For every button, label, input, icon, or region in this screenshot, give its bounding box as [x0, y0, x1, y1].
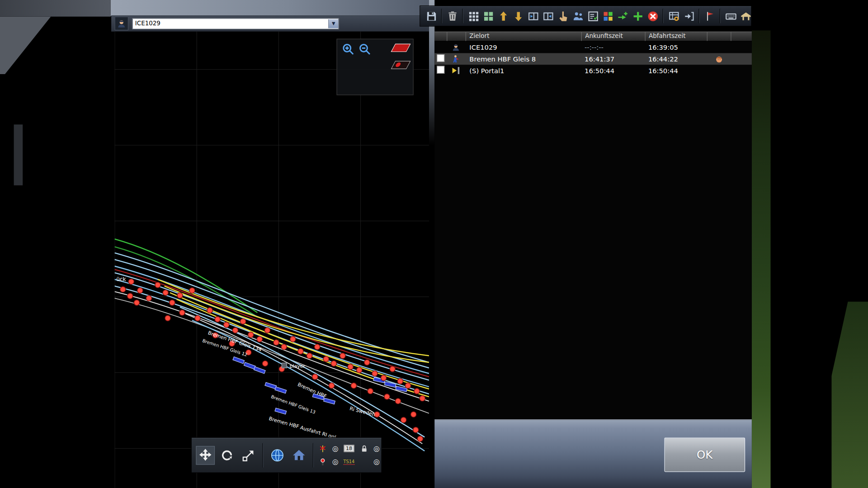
globe-button[interactable]	[268, 446, 287, 465]
signal-dot[interactable]	[232, 328, 238, 333]
checklist-button[interactable]	[586, 9, 599, 23]
rotate-button[interactable]	[217, 446, 236, 465]
insert-before-button[interactable]	[526, 9, 539, 23]
signal-dot[interactable]	[351, 383, 356, 388]
jump-button[interactable]	[239, 446, 258, 465]
signal-dot[interactable]	[179, 310, 185, 315]
passengers-button[interactable]	[571, 9, 585, 23]
signal-dot[interactable]	[189, 288, 195, 293]
col-ankunftszeit[interactable]: Ankunftszeit	[581, 32, 645, 41]
train-marker[interactable]	[265, 382, 277, 389]
ok-button[interactable]: OK	[664, 438, 745, 472]
schedule-row[interactable]: (S) Portal116:50:4416:50:44	[434, 65, 752, 76]
train-marker[interactable]	[233, 357, 245, 364]
signal-dot[interactable]	[307, 353, 312, 358]
signal-dot[interactable]	[357, 367, 362, 373]
signal-dot[interactable]	[281, 344, 287, 350]
col-zielort[interactable]: Zielort	[466, 32, 581, 41]
row-up-button[interactable]	[496, 9, 509, 23]
signal-dot[interactable]	[397, 379, 403, 384]
row-checkbox[interactable]	[437, 54, 444, 62]
row-checkbox[interactable]	[437, 66, 444, 74]
signal-dot[interactable]	[134, 300, 139, 305]
add-entry-button[interactable]	[631, 9, 644, 23]
signal-x-icon[interactable]	[318, 444, 327, 453]
signal-dot[interactable]	[207, 308, 212, 313]
schedule-row[interactable]: ICE1029--:--:--16:39:05	[434, 42, 752, 53]
pan-button[interactable]	[196, 446, 215, 465]
save-button[interactable]	[425, 9, 438, 23]
signal-dot[interactable]	[298, 348, 303, 354]
signal-dot[interactable]	[414, 389, 420, 394]
signal-dot[interactable]	[290, 336, 296, 342]
zoom-out-button[interactable]	[358, 42, 371, 56]
signal-dot[interactable]	[315, 344, 320, 350]
signal-dot[interactable]	[381, 375, 386, 380]
signal-dot[interactable]	[312, 374, 318, 380]
speed-badge[interactable]: 18	[344, 445, 354, 452]
home-button[interactable]	[289, 446, 308, 465]
signal-dot[interactable]	[215, 316, 220, 322]
signal-plate-icon[interactable]	[391, 61, 411, 69]
signal-dot[interactable]	[120, 286, 126, 292]
remove-entry-button[interactable]	[646, 9, 659, 23]
row-checkbox-cell[interactable]	[434, 54, 447, 64]
signal-dot[interactable]	[372, 371, 377, 376]
radio-icon[interactable]: ◎	[373, 445, 380, 452]
keyboard-button[interactable]	[724, 9, 737, 23]
train-marker[interactable]	[385, 382, 396, 387]
lock-icon[interactable]	[359, 444, 368, 453]
signal-dot[interactable]	[195, 315, 200, 321]
signal-dot[interactable]	[411, 412, 416, 417]
track-map[interactable]: ückBremen HBF Gleis 134Bremen HBF Gleis …	[114, 32, 429, 488]
train-marker[interactable]	[254, 367, 266, 374]
signal-dot[interactable]	[348, 364, 353, 370]
radio-icon[interactable]: ◎	[332, 458, 339, 465]
go-to-button[interactable]	[682, 9, 695, 23]
signal-dot[interactable]	[384, 394, 390, 399]
signal-dot[interactable]	[364, 360, 370, 365]
radio-icon[interactable]: ◎	[373, 458, 380, 465]
signal-dot[interactable]	[368, 389, 373, 394]
signal-dot[interactable]	[257, 336, 262, 342]
signal-dot[interactable]	[329, 383, 334, 388]
signal-dot[interactable]	[127, 293, 133, 299]
signal-dot[interactable]	[146, 296, 151, 301]
signal-dot[interactable]	[274, 340, 279, 345]
train-marker[interactable]	[244, 362, 255, 369]
flag-button[interactable]	[703, 9, 716, 23]
row-down-button[interactable]	[511, 9, 524, 23]
signal-dot[interactable]	[240, 319, 245, 324]
signal-dot[interactable]	[177, 293, 183, 298]
signal-dot[interactable]	[331, 361, 336, 366]
signal-dot[interactable]	[163, 290, 168, 296]
signal-dot[interactable]	[401, 417, 406, 422]
tiles-button[interactable]	[601, 9, 614, 23]
signal-dot[interactable]	[340, 353, 345, 358]
delete-button[interactable]	[446, 9, 459, 23]
add-route-button[interactable]	[616, 9, 629, 23]
train-marker[interactable]	[275, 408, 287, 414]
signal-dot[interactable]	[323, 357, 329, 362]
table-settings-button[interactable]	[667, 9, 680, 23]
signal-dot[interactable]	[137, 288, 143, 293]
grid-large-button[interactable]	[481, 9, 495, 23]
signal-dot[interactable]	[224, 322, 229, 328]
signal-dot[interactable]	[248, 332, 254, 338]
signal-dot[interactable]	[155, 282, 160, 287]
track-plate-icon[interactable]	[391, 44, 411, 52]
signal-dot[interactable]	[405, 383, 410, 388]
signal-dot[interactable]	[170, 300, 175, 305]
signal-dot[interactable]	[264, 328, 270, 333]
col-abfahrtszeit[interactable]: Abfahrtszeit	[645, 32, 707, 41]
insert-after-button[interactable]	[542, 9, 555, 23]
depot-button[interactable]	[739, 9, 752, 23]
signal-dot[interactable]	[165, 315, 170, 321]
row-checkbox-cell[interactable]	[434, 66, 447, 75]
train-marker[interactable]	[275, 387, 287, 394]
zoom-in-button[interactable]	[342, 42, 355, 56]
schedule-row[interactable]: Bremen HBF Gleis 816:41:3716:44:22	[434, 53, 752, 65]
signal-dot[interactable]	[390, 366, 395, 372]
chevron-down-icon[interactable]: ▼	[328, 19, 338, 28]
train-selector[interactable]: ICE1029 ▼	[132, 18, 339, 29]
